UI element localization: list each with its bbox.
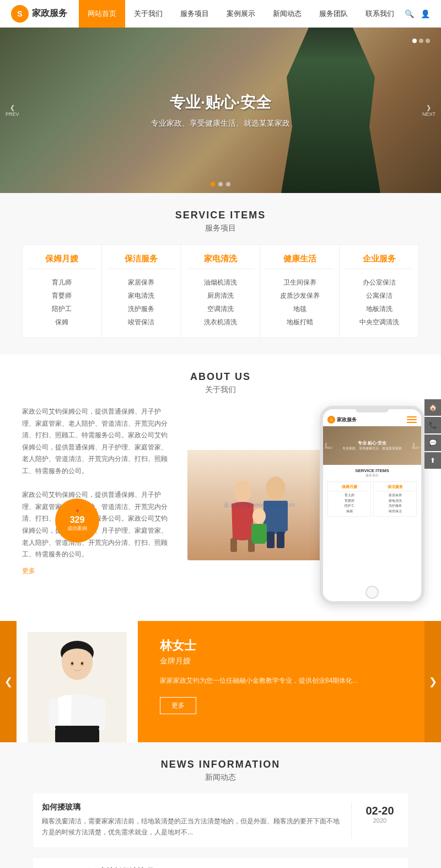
hero-dot-1[interactable] bbox=[412, 39, 417, 43]
service-col-5-title: 企业服务 bbox=[345, 254, 413, 269]
service-item-2-1[interactable]: 家居保养 bbox=[107, 276, 175, 289]
service-item-3-2[interactable]: 厨房清洗 bbox=[187, 289, 255, 302]
team-section: ❮ bbox=[0, 621, 441, 742]
service-title-en: SERVICE ITEMS bbox=[22, 210, 419, 221]
about-badge: 📍 329 成功案例 bbox=[55, 499, 99, 543]
sidebar-phone-button[interactable]: 📞 bbox=[424, 417, 441, 433]
header: S 家政服务 网站首页 关于我们 服务项目 案例展示 新闻动态 服务团队 联系我… bbox=[0, 0, 441, 28]
hero-dot-3[interactable] bbox=[426, 39, 430, 43]
phone-screen: S 家政服务 ❮ PREV bbox=[323, 409, 421, 601]
logo-icon: S bbox=[11, 5, 29, 23]
user-icon[interactable]: 👤 bbox=[421, 9, 430, 18]
service-col-4-title: 健康生活 bbox=[266, 254, 334, 269]
news-section: NEWS INFORMATION 新闻动态 如何搂玻璃 顾客洗窗清洁，需要家家清… bbox=[0, 742, 441, 868]
service-col-1: 保姆月嫂 育儿师 育婴师 陪护工 保姆 bbox=[23, 245, 102, 337]
phone-hero: ❮ PREV 专业·贴心·安全 专业家政、享受健康生活、就选某某家政 ❯ NEX… bbox=[323, 426, 421, 465]
team-prev-button[interactable]: ❮ bbox=[0, 621, 17, 742]
phone-home-button[interactable] bbox=[365, 586, 379, 599]
about-title-en: ABOUT US bbox=[22, 371, 419, 383]
hero-dots bbox=[412, 39, 430, 43]
nav-item-cases[interactable]: 案例展示 bbox=[218, 0, 264, 28]
phone-logo-icon: S bbox=[327, 416, 335, 424]
hero-next-button[interactable]: ❯ NEXT bbox=[422, 104, 435, 117]
service-item-2-4[interactable]: 竣管保洁 bbox=[107, 315, 175, 329]
phone-service-grid: 保姆月嫂 育儿师 育婴师 陪护工 保姆 保洁服务 家居保养 家电清洗 洗护服务 bbox=[327, 481, 417, 517]
nav-item-team[interactable]: 服务团队 bbox=[310, 0, 357, 28]
hero-bottom-dot-2[interactable] bbox=[218, 182, 223, 186]
badge-text: 成功案例 bbox=[67, 525, 87, 532]
team-info: 林女士 金牌月嫂 家家家政艾钧为您一位任融融小金教教学专业，提供创业84期体化.… bbox=[138, 621, 424, 742]
service-item-5-1[interactable]: 办公室保洁 bbox=[345, 276, 413, 289]
service-item-5-3[interactable]: 地板清洗 bbox=[345, 302, 413, 315]
hero-banner: ❮ PREV 专业·贴心·安全 专业家政、享受健康生活、就选某某家政 ❯ NEX… bbox=[0, 28, 441, 193]
sidebar-top-button[interactable]: ⬆ bbox=[424, 452, 441, 469]
nav-item-home[interactable]: 网站首页 bbox=[79, 0, 125, 28]
phone-next[interactable]: ❯ NEXT bbox=[412, 442, 420, 449]
phone-hero-title: 专业·贴心·安全 bbox=[342, 440, 402, 446]
search-icon[interactable]: 🔍 bbox=[405, 9, 414, 18]
phone-notch bbox=[356, 409, 389, 412]
team-next-button[interactable]: ❯ bbox=[424, 621, 441, 742]
news-item-1: 如何搂玻璃 顾客洗窗清洁，需要家家清洁前，结地装清楚的正当方法清楚地的，但是外面… bbox=[33, 794, 408, 847]
phone-menu-button[interactable] bbox=[407, 416, 417, 423]
sidebar-home-button[interactable]: 🏠 bbox=[424, 399, 441, 416]
service-item-1-2[interactable]: 育婴师 bbox=[28, 289, 96, 302]
phone-service-title-en: SERVICE ITEMS bbox=[327, 468, 417, 473]
service-item-3-4[interactable]: 洗衣机清洗 bbox=[187, 315, 255, 329]
svg-rect-5 bbox=[267, 532, 275, 548]
nav-item-about[interactable]: 关于我们 bbox=[125, 0, 171, 28]
about-section: ABOUT US 关于我们 家政公司艾钧保姆公司，提供普通保姆、月子护理、家庭管… bbox=[0, 355, 441, 621]
sidebar-chat-button[interactable]: 💬 bbox=[424, 435, 441, 451]
svg-rect-12 bbox=[251, 524, 256, 542]
team-desc: 家家家政艾钧为您一位任融融小金教教学专业，提供创业84期体化... bbox=[160, 675, 402, 686]
team-more-button[interactable]: 更多 bbox=[160, 697, 196, 714]
service-item-2-2[interactable]: 家电清洗 bbox=[107, 289, 175, 302]
hero-bottom-dot-1[interactable] bbox=[211, 182, 215, 186]
news-content-1: 如何搂玻璃 顾客洗窗清洁，需要家家清洁前，结地装清楚的正当方法清楚地的，但是外面… bbox=[42, 802, 342, 838]
service-item-2-3[interactable]: 洗护服务 bbox=[107, 302, 175, 315]
service-item-4-2[interactable]: 皮质沙发保养 bbox=[266, 289, 334, 302]
news-date-year-1: 2020 bbox=[363, 817, 397, 824]
service-item-4-4[interactable]: 地板打蜡 bbox=[266, 315, 334, 329]
hero-prev-button[interactable]: ❮ PREV bbox=[6, 104, 19, 117]
phone-service-col-1: 保姆月嫂 育儿师 育婴师 陪护工 保姆 bbox=[327, 481, 371, 517]
news-title-1[interactable]: 如何搂玻璃 bbox=[42, 802, 342, 812]
service-item-4-3[interactable]: 地毯 bbox=[266, 302, 334, 315]
phone-header: S 家政服务 bbox=[323, 414, 421, 426]
service-item-5-4[interactable]: 中央空调清洗 bbox=[345, 315, 413, 329]
about-more-link[interactable]: 更多 bbox=[22, 566, 35, 576]
news-date-1: 02-20 2020 bbox=[361, 802, 399, 838]
service-col-5: 企业服务 办公室保洁 公寓保洁 地板清洗 中央空调清洗 bbox=[340, 245, 418, 337]
logo-area: S 家政服务 bbox=[11, 5, 77, 23]
phone-col-1-item-1: 育儿师 bbox=[330, 493, 368, 499]
phone-logo-text: 家政服务 bbox=[337, 416, 357, 424]
service-item-5-2[interactable]: 公寓保洁 bbox=[345, 289, 413, 302]
about-content: 家政公司艾钧保姆公司，提供普通保姆、月子护理、家庭管家、老人陪护、管道清洁、开荒… bbox=[22, 406, 419, 604]
phone-col-2-title: 保洁服务 bbox=[376, 484, 414, 491]
phone-prev[interactable]: ❮ PREV bbox=[325, 442, 332, 449]
nav-item-news[interactable]: 新闻动态 bbox=[264, 0, 310, 28]
hero-dot-2[interactable] bbox=[419, 39, 423, 43]
sidebar-float: 🏠 📞 💬 ⬆ bbox=[424, 399, 441, 469]
service-item-1-1[interactable]: 育儿师 bbox=[28, 276, 96, 289]
service-item-3-1[interactable]: 油烟机清洗 bbox=[187, 276, 255, 289]
service-item-1-4[interactable]: 保姆 bbox=[28, 315, 96, 329]
phone-col-2-item-4: 竣管保洁 bbox=[376, 509, 414, 515]
service-item-4-1[interactable]: 卫生间保养 bbox=[266, 276, 334, 289]
svg-point-10 bbox=[252, 508, 266, 524]
service-col-4: 健康生活 卫生间保养 皮质沙发保养 地毯 地板打蜡 bbox=[260, 245, 340, 337]
service-section: SERVICE ITEMS 服务项目 保姆月嫂 育儿师 育婴师 陪护工 保姆 保… bbox=[0, 193, 441, 355]
phone-service-col-2: 保洁服务 家居保养 家电清洗 洗护服务 竣管保洁 bbox=[373, 481, 417, 517]
phone-col-1-item-2: 育婴师 bbox=[330, 499, 368, 504]
svg-point-25 bbox=[81, 662, 83, 665]
team-main: 林女士 金牌月嫂 家家家政艾钧为您一位任融融小金教教学专业，提供创业84期体化.… bbox=[17, 621, 424, 742]
team-photo bbox=[17, 621, 138, 742]
hero-bottom-dot-3[interactable] bbox=[226, 182, 230, 186]
svg-rect-13 bbox=[262, 524, 267, 542]
service-item-1-3[interactable]: 陪护工 bbox=[28, 302, 96, 315]
logo-text: 家政服务 bbox=[32, 8, 67, 19]
nav-item-contact[interactable]: 联系我们 bbox=[357, 0, 403, 28]
service-col-3-title: 家电清洗 bbox=[187, 254, 255, 269]
service-item-3-3[interactable]: 空调清洗 bbox=[187, 302, 255, 315]
nav-item-service[interactable]: 服务项目 bbox=[171, 0, 218, 28]
